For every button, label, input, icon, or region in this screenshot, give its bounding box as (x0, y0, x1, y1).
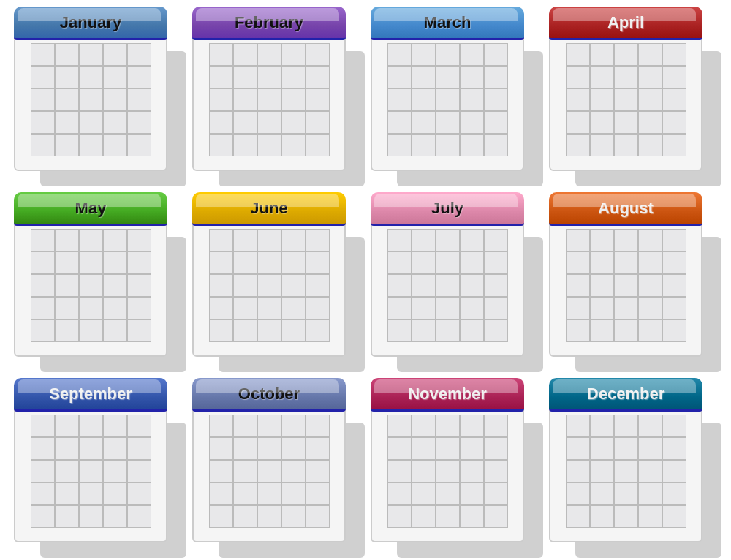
grid-cell (566, 251, 590, 274)
calendar-body (14, 29, 167, 171)
month-label: September (49, 385, 132, 404)
calendar-october[interactable]: October (192, 378, 360, 553)
calendar-june[interactable]: June (192, 192, 360, 368)
grid-cell (209, 505, 233, 528)
grid-cell (281, 460, 306, 483)
grid-cell (55, 134, 79, 156)
grid-cell (436, 66, 460, 88)
grid-cell (306, 66, 330, 88)
grid-cell (306, 43, 330, 66)
grid-cell (662, 88, 686, 111)
grid-cell (638, 229, 662, 251)
calendar-february[interactable]: February (192, 7, 360, 182)
grid-cell (412, 274, 436, 297)
grid-cell (387, 88, 412, 111)
grid-cell (638, 415, 662, 437)
grid-cell (79, 319, 103, 342)
month-tab-july: July (371, 192, 524, 226)
grid-cell (436, 460, 460, 483)
grid-cell (566, 134, 590, 156)
grid-cell (281, 505, 306, 528)
grid-cell (233, 483, 257, 505)
grid-cell (590, 251, 614, 274)
grid-cell (412, 483, 436, 505)
grid-cell (590, 274, 614, 297)
grid-cell (590, 483, 614, 505)
grid-cell (209, 251, 233, 274)
grid-cell (79, 460, 103, 483)
grid-cell (281, 229, 306, 251)
grid-cell (209, 229, 233, 251)
grid-cell (412, 229, 436, 251)
grid-cell (31, 297, 55, 319)
grid-cell (566, 483, 590, 505)
calendar-november[interactable]: November (371, 378, 539, 553)
grid-cell (233, 437, 257, 460)
grid-cell (614, 319, 638, 342)
grid-cell (590, 134, 614, 156)
grid-lines (209, 229, 330, 342)
grid-cell (233, 43, 257, 66)
grid-cell (281, 66, 306, 88)
grid-cell (460, 111, 484, 134)
grid-cell (257, 437, 281, 460)
grid-cell (484, 134, 508, 156)
grid-cell (460, 505, 484, 528)
grid-cell (460, 43, 484, 66)
grid-cell (387, 274, 412, 297)
calendar-april[interactable]: April (549, 7, 717, 182)
grid-cell (306, 505, 330, 528)
grid-cell (281, 274, 306, 297)
grid-cell (662, 297, 686, 319)
grid-cell (209, 66, 233, 88)
calendar-may[interactable]: May (14, 192, 182, 368)
grid-cell (412, 415, 436, 437)
calendar-body (371, 400, 524, 542)
calendar-body (192, 214, 346, 357)
grid-lines (31, 43, 151, 156)
month-tab-june: June (192, 192, 346, 226)
grid-cell (233, 88, 257, 111)
calendar-december[interactable]: December (549, 378, 717, 553)
grid-cell (460, 134, 484, 156)
grid-cell (460, 460, 484, 483)
grid-cell (127, 297, 151, 319)
grid-cell (103, 460, 127, 483)
grid-cell (387, 229, 412, 251)
grid-lines (209, 43, 330, 156)
grid-cell (614, 229, 638, 251)
grid-cell (460, 297, 484, 319)
grid-cell (436, 505, 460, 528)
grid-cell (436, 274, 460, 297)
grid-cell (55, 415, 79, 437)
month-tab-november: November (371, 378, 524, 412)
grid-cell (79, 229, 103, 251)
month-label: March (424, 13, 471, 32)
grid-cell (662, 460, 686, 483)
grid-cell (436, 134, 460, 156)
calendar-august[interactable]: August (549, 192, 717, 368)
grid-cell (127, 460, 151, 483)
calendar-september[interactable]: September (14, 378, 182, 553)
grid-cell (209, 415, 233, 437)
grid-cell (257, 319, 281, 342)
grid-cell (662, 415, 686, 437)
calendar-july[interactable]: July (371, 192, 539, 368)
grid-cell (31, 43, 55, 66)
month-label: July (431, 199, 463, 218)
grid-cell (387, 111, 412, 134)
calendar-march[interactable]: March (371, 7, 539, 182)
grid-cell (79, 297, 103, 319)
grid-cell (638, 43, 662, 66)
grid-cell (127, 229, 151, 251)
calendar-body (192, 29, 346, 171)
grid-cell (209, 319, 233, 342)
grid-cell (484, 415, 508, 437)
grid-cell (257, 297, 281, 319)
grid-cell (590, 460, 614, 483)
grid-cell (209, 274, 233, 297)
grid-cell (614, 483, 638, 505)
grid-cell (436, 88, 460, 111)
calendar-january[interactable]: January (14, 7, 182, 182)
grid-cell (306, 229, 330, 251)
